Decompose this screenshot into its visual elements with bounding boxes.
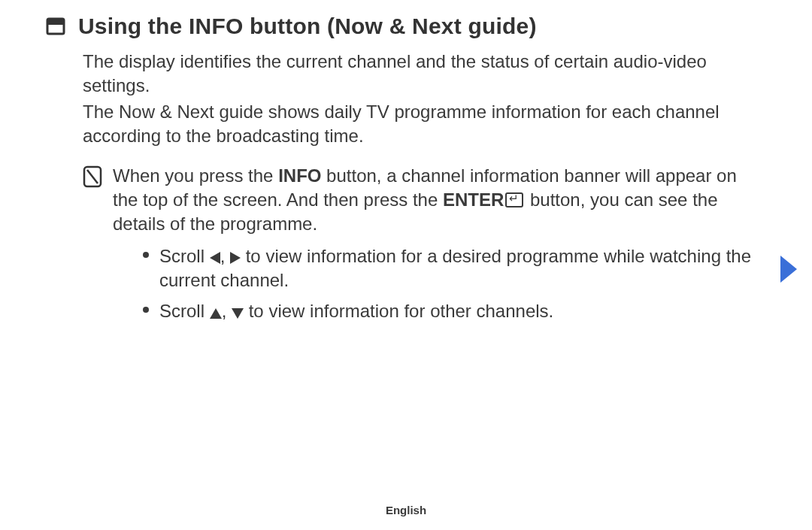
note-row: When you press the INFO button, a channe… bbox=[83, 164, 759, 329]
enter-label: ENTER bbox=[443, 189, 504, 210]
bullet-icon bbox=[143, 307, 149, 313]
note-icon bbox=[83, 165, 102, 188]
bullet-list: Scroll , to view information for a desir… bbox=[143, 244, 759, 323]
enter-icon bbox=[505, 192, 523, 207]
note-text: When you press the INFO button, a channe… bbox=[113, 164, 759, 329]
down-arrow-icon bbox=[232, 308, 244, 319]
left-arrow-icon bbox=[210, 252, 220, 264]
paragraph-1: The display identifies the current chann… bbox=[83, 50, 759, 98]
section-bookmark-icon bbox=[45, 16, 66, 37]
page-title: Using the INFO button (Now & Next guide) bbox=[78, 14, 537, 39]
comma-2: , bbox=[222, 301, 232, 321]
list-item: Scroll , to view information for other c… bbox=[143, 299, 759, 323]
b2-pre: Scroll bbox=[159, 301, 210, 321]
svg-rect-1 bbox=[47, 19, 64, 25]
heading-row: Using the INFO button (Now & Next guide) bbox=[45, 14, 767, 39]
b2-post: to view information for other channels. bbox=[244, 301, 553, 321]
bullet-1-text: Scroll , to view information for a desir… bbox=[159, 244, 759, 293]
b1-post: to view information for a desired progra… bbox=[159, 246, 751, 290]
comma-1: , bbox=[220, 246, 230, 266]
footer-language: English bbox=[0, 504, 812, 516]
info-label: INFO bbox=[278, 165, 321, 186]
bullet-2-text: Scroll , to view information for other c… bbox=[159, 299, 553, 323]
paragraph-2: The Now & Next guide shows daily TV prog… bbox=[83, 100, 759, 149]
body-block: The display identifies the current chann… bbox=[83, 50, 759, 329]
manual-page: Using the INFO button (Now & Next guide)… bbox=[0, 0, 812, 530]
b1-pre: Scroll bbox=[159, 246, 210, 266]
svg-line-3 bbox=[87, 170, 98, 183]
next-page-arrow[interactable] bbox=[780, 256, 797, 283]
right-arrow-icon bbox=[230, 252, 241, 264]
up-arrow-icon bbox=[210, 308, 222, 319]
bullet-icon bbox=[143, 252, 149, 258]
list-item: Scroll , to view information for a desir… bbox=[143, 244, 759, 293]
note-pre: When you press the bbox=[113, 165, 278, 186]
